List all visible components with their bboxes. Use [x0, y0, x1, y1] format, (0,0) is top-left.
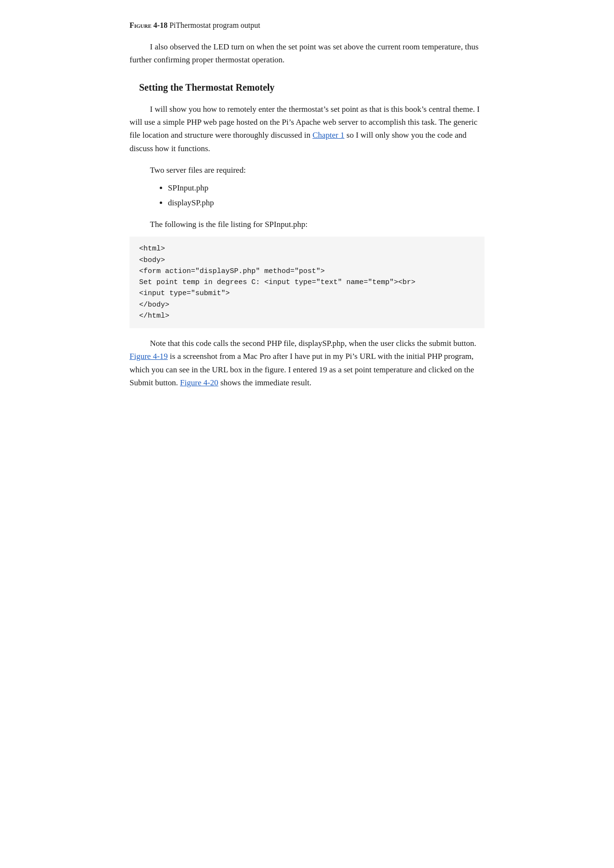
- two-server-files-line: Two server files are required:: [130, 164, 484, 177]
- server-files-list: SPInput.php displaySP.php: [168, 181, 484, 209]
- figure-label: Figure 4-18: [130, 21, 167, 29]
- page-content: Figure 4-18 PiThermostat program output …: [101, 0, 513, 436]
- paragraph-note-part1: Note that this code calls the second PHP…: [150, 339, 476, 348]
- figure420-link[interactable]: Figure 4-20: [180, 378, 218, 387]
- paragraph-intro: I will show you how to remotely enter th…: [130, 103, 484, 155]
- figure-caption: Figure 4-18 PiThermostat program output: [130, 19, 484, 32]
- paragraph-note-part3: shows the immediate result.: [218, 378, 311, 387]
- figure419-link[interactable]: Figure 4-19: [130, 352, 168, 361]
- section-heading-thermostat-remotely: Setting the Thermostat Remotely: [130, 80, 484, 95]
- following-line-text: The following is the file listing for SP…: [130, 218, 484, 231]
- paragraph-led: I also observed the LED turn on when the…: [130, 40, 484, 66]
- list-item: SPInput.php: [168, 181, 484, 194]
- chapter1-link[interactable]: Chapter 1: [312, 131, 344, 140]
- figure-caption-text: PiThermostat program output: [167, 21, 260, 29]
- code-block-spinput: <html> <body> <form action="displaySP.ph…: [130, 237, 484, 328]
- list-item: displaySP.php: [168, 196, 484, 209]
- paragraph-note: Note that this code calls the second PHP…: [130, 337, 484, 389]
